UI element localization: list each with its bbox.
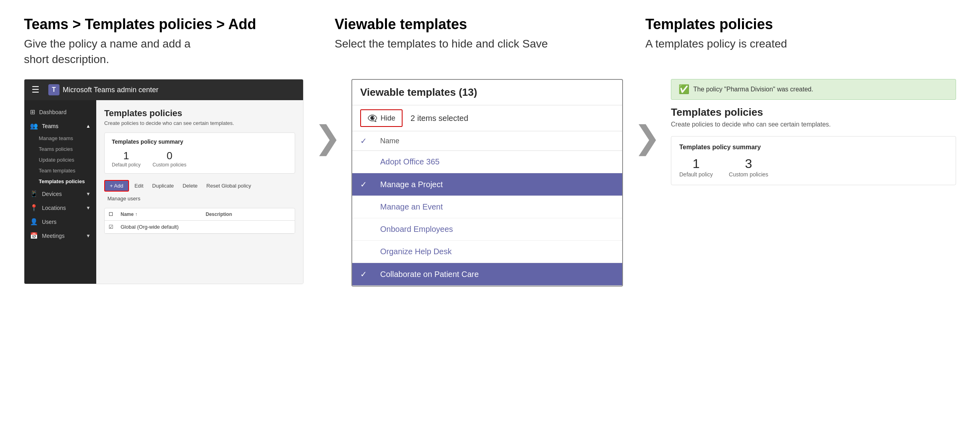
- sidebar-item-locations[interactable]: 📍 Locations ▼: [24, 201, 96, 215]
- team-templates-label: Team templates: [39, 168, 75, 174]
- admin-main-content: Templates policies Create policies to de…: [96, 100, 303, 284]
- default-policy-num: 1: [123, 150, 129, 162]
- template-row-manage-event[interactable]: Manage an Event: [352, 196, 622, 218]
- success-check-icon: ✅: [678, 84, 689, 95]
- sidebar-item-dashboard[interactable]: ⊞ Dashboard: [24, 105, 96, 119]
- row-checkbox[interactable]: ☑: [109, 224, 121, 230]
- onboard-name: Onboard Employees: [380, 225, 614, 234]
- hide-eye-icon: 👁️‍🗨️: [367, 113, 377, 123]
- sidebar-item-devices[interactable]: 📱 Devices ▼: [24, 187, 96, 201]
- success-banner: ✅ The policy "Pharma Division" was creat…: [671, 79, 956, 100]
- result-default-policy-num: 1: [692, 156, 700, 171]
- arrow1-container: ❯: [304, 79, 351, 156]
- arrow2-container: ❯: [623, 79, 671, 156]
- manage-event-name: Manage an Event: [380, 202, 614, 212]
- templates-panel: Viewable templates (13) 👁️‍🗨️ Hide 2 ite…: [351, 79, 623, 287]
- admin-logo: T Microsoft Teams admin center: [48, 84, 159, 95]
- duplicate-button[interactable]: Duplicate: [149, 181, 177, 190]
- step2-label: Viewable templates Select the templates …: [335, 16, 645, 67]
- step3-heading: Templates policies: [645, 16, 940, 33]
- step3-label: Templates policies A templates policy is…: [645, 16, 956, 67]
- templates-header: Viewable templates (13): [352, 80, 622, 105]
- teams-expand-icon: ▲: [86, 123, 91, 129]
- sidebar-item-meetings[interactable]: 📅 Meetings ▼: [24, 229, 96, 243]
- step2-desc: Select the templates to hide and click S…: [335, 36, 629, 51]
- template-row-manage-project[interactable]: ✓ Manage a Project: [352, 173, 622, 196]
- sidebar-teams-label: Teams: [42, 123, 58, 129]
- sidebar-item-update-policies[interactable]: Update policies: [24, 154, 96, 165]
- custom-policies-label: Custom policies: [153, 162, 186, 168]
- meetings-label: Meetings: [42, 233, 65, 239]
- sidebar-item-teams[interactable]: 👥 Teams ▲: [24, 119, 96, 133]
- table-row[interactable]: ☑ Global (Org-wide default): [105, 221, 295, 233]
- devices-icon: 📱: [30, 190, 38, 198]
- col-check-icon: ✓: [360, 136, 372, 146]
- dashboard-icon: ⊞: [30, 108, 35, 116]
- admin-body: ⊞ Dashboard 👥 Teams ▲ Manage teams Teams…: [24, 100, 303, 284]
- devices-expand-icon: ▼: [86, 191, 91, 197]
- adopt-name: Adopt Office 365: [380, 157, 614, 166]
- step1-label: Teams > Templates policies > Add Give th…: [24, 16, 335, 67]
- meetings-icon: 📅: [30, 232, 38, 239]
- sidebar-item-teams-policies[interactable]: Teams policies: [24, 144, 96, 154]
- sidebar-item-users[interactable]: 👤 Users: [24, 215, 96, 229]
- table-header: ☐ Name ↑ Description: [105, 208, 295, 221]
- template-row-helpdesk[interactable]: Organize Help Desk: [352, 241, 622, 263]
- template-row-onboard[interactable]: Onboard Employees: [352, 218, 622, 241]
- result-summary-numbers: 1 Default policy 3 Custom policies: [679, 156, 948, 178]
- admin-header: ☰ T Microsoft Teams admin center: [24, 79, 303, 100]
- templates-toolbar: 👁️‍🗨️ Hide 2 items selected: [352, 105, 622, 131]
- users-label: Users: [42, 219, 57, 225]
- template-row-adopt[interactable]: Adopt Office 365: [352, 151, 622, 173]
- locations-label: Locations: [42, 205, 66, 211]
- result-page-desc: Create policies to decide who can see ce…: [671, 121, 956, 128]
- reset-button[interactable]: Reset Global policy: [203, 181, 254, 190]
- templates-panel-title: Viewable templates (13): [360, 86, 614, 99]
- step2-heading: Viewable templates: [335, 16, 629, 33]
- admin-page-desc: Create policies to decide who can see ce…: [104, 120, 295, 126]
- result-custom-policies-label: Custom policies: [729, 171, 768, 178]
- sidebar-dashboard-label: Dashboard: [39, 109, 67, 115]
- result-custom-policies-num: 3: [745, 156, 752, 171]
- result-summary-title: Templates policy summary: [679, 144, 948, 151]
- hide-button[interactable]: 👁️‍🗨️ Hide: [360, 109, 403, 127]
- template-row-patient-care[interactable]: ✓ Collaborate on Patient Care: [352, 263, 622, 286]
- step1-heading-text: Teams > Templates policies > Add: [24, 16, 256, 32]
- manage-project-check-icon: ✓: [360, 180, 372, 189]
- sidebar-item-team-templates[interactable]: Team templates: [24, 165, 96, 176]
- sidebar-item-manage-teams[interactable]: Manage teams: [24, 133, 96, 144]
- devices-label: Devices: [42, 191, 62, 197]
- teams-policies-label: Teams policies: [39, 146, 73, 152]
- delete-button[interactable]: Delete: [179, 181, 201, 190]
- locations-expand-icon: ▼: [86, 205, 91, 211]
- hamburger-icon[interactable]: ☰: [32, 85, 40, 95]
- admin-page-title: Templates policies: [104, 108, 295, 119]
- custom-policies-num: 0: [167, 150, 172, 162]
- step3-desc: A templates policy is created: [645, 36, 940, 51]
- top-labels-row: Teams > Templates policies > Add Give th…: [24, 16, 956, 67]
- result-summary-card: Templates policy summary 1 Default polic…: [671, 136, 956, 185]
- result-default-policy-block: 1 Default policy: [679, 156, 713, 178]
- templates-col-header: ✓ Name: [352, 131, 622, 151]
- helpdesk-name: Organize Help Desk: [380, 247, 614, 256]
- desc-header: Description: [206, 212, 291, 217]
- arrow2-icon: ❯: [634, 119, 661, 156]
- admin-sidebar: ⊞ Dashboard 👥 Teams ▲ Manage teams Teams…: [24, 100, 96, 284]
- result-default-policy-label: Default policy: [679, 171, 713, 178]
- arrow1-icon: ❯: [314, 119, 341, 156]
- result-page-title: Templates policies: [671, 106, 956, 119]
- manage-users-button[interactable]: Manage users: [104, 194, 143, 203]
- check-header: ☐: [109, 212, 121, 217]
- admin-toolbar: + Add Edit Duplicate Delete Reset Global…: [104, 180, 295, 203]
- summary-card-title: Templates policy summary: [112, 138, 288, 145]
- locations-icon: 📍: [30, 204, 38, 212]
- manage-project-name: Manage a Project: [380, 180, 614, 189]
- patient-care-check-icon: ✓: [360, 269, 372, 279]
- edit-button[interactable]: Edit: [131, 181, 147, 190]
- policies-table: ☐ Name ↑ Description ☑ Global (Org-wide …: [104, 208, 295, 234]
- row-name: Global (Org-wide default): [121, 224, 206, 230]
- sidebar-item-templates-policies[interactable]: Templates policies: [24, 176, 96, 187]
- step1-desc: Give the policy a name and add a short d…: [24, 36, 319, 67]
- add-button[interactable]: + Add: [104, 180, 129, 192]
- teams-icon: 👥: [30, 122, 38, 130]
